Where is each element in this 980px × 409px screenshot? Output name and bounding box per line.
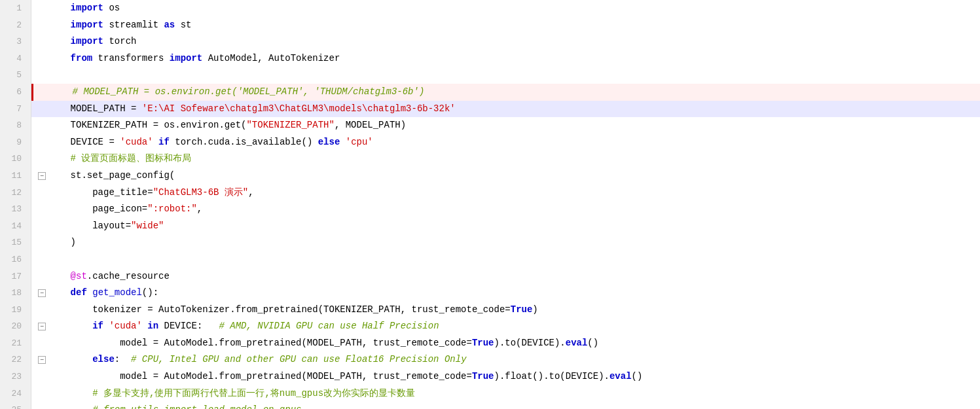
indent-line-10 (48, 151, 71, 168)
token-line-21-1: True (472, 335, 494, 352)
code-line-11: − st.set_page_config( (31, 168, 980, 185)
line-num-11: 11 (5, 168, 26, 185)
token-line-2-1: streamlit (103, 17, 164, 34)
token-line-4-0: from (71, 50, 93, 67)
line-number-gutter: 1234567891011121314151617181920212223242… (0, 0, 31, 409)
token-line-20-3 (142, 318, 147, 335)
token-line-9-7: 'cpu' (346, 134, 373, 151)
fold-icon-line-20[interactable]: − (38, 323, 46, 330)
token-line-9-6 (340, 134, 345, 151)
fold-placeholder-line-6 (40, 88, 48, 96)
code-line-22: − else: # CPU, Intel GPU and other GPU c… (31, 351, 980, 368)
code-line-9: DEVICE = 'cuda' if torch.cuda.is_availab… (31, 134, 980, 151)
token-line-2-0: import (71, 17, 103, 34)
indent-line-4 (48, 50, 71, 67)
code-line-14: layout="wide" (31, 218, 980, 235)
token-line-7-1: 'E:\AI Sofeware\chatglm3\ChatGLM3\models… (142, 101, 456, 118)
token-line-23-0: model = AutoModel.from_pretrained(MODEL_… (120, 368, 472, 385)
line-num-9: 9 (5, 134, 26, 151)
token-line-22-2: # CPU, Intel GPU and other GPU can use F… (131, 351, 466, 368)
fold-placeholder-line-12 (38, 188, 46, 196)
token-line-19-0: tokenizer = AutoTokenizer.from_pretraine… (92, 302, 511, 319)
code-line-13: page_icon=":robot:", (31, 201, 980, 218)
indent-line-9 (48, 134, 71, 151)
code-line-7: MODEL_PATH = 'E:\AI Sofeware\chatglm3\Ch… (31, 101, 980, 118)
fold-placeholder-line-16 (38, 256, 46, 264)
fold-placeholder-line-7 (38, 105, 46, 113)
code-line-8: TOKENIZER_PATH = os.environ.get("TOKENIZ… (31, 117, 980, 134)
indent-line-18 (48, 285, 71, 302)
token-line-4-2: import (170, 50, 202, 67)
token-line-23-1: True (472, 368, 494, 385)
fold-placeholder-line-21 (38, 340, 46, 347)
fold-placeholder-line-8 (38, 122, 46, 130)
fold-placeholder-line-3 (38, 38, 46, 46)
fold-placeholder-line-9 (38, 139, 46, 147)
token-line-22-1: : (115, 351, 131, 368)
indent-line-11 (48, 168, 71, 185)
fold-placeholder-line-5 (38, 71, 46, 79)
fold-placeholder-line-10 (38, 155, 46, 163)
token-line-12-1: "ChatGLM3-6B 演示" (153, 185, 249, 202)
indent-line-13 (48, 201, 92, 218)
line-num-24: 24 (5, 385, 26, 402)
token-line-2-3: st (175, 17, 191, 34)
code-line-17: @st.cache_resource (31, 268, 980, 285)
fold-icon-line-22[interactable]: − (38, 356, 46, 364)
token-line-3-0: import (71, 33, 103, 50)
line-num-21: 21 (5, 335, 26, 352)
token-line-20-2: 'cuda' (109, 318, 141, 335)
token-line-8-2: , MODEL_PATH) (335, 117, 406, 134)
token-line-23-3: eval (609, 368, 632, 385)
line-num-7: 7 (5, 101, 26, 118)
token-line-9-3: if (158, 134, 170, 151)
indent-line-12 (48, 185, 92, 202)
token-line-1-1: os (103, 0, 120, 17)
fold-icon-line-11[interactable]: − (38, 172, 46, 180)
token-line-9-2 (153, 134, 158, 151)
code-line-3: import torch (31, 33, 980, 50)
line-num-23: 23 (5, 368, 26, 385)
code-line-12: page_title="ChatGLM3-6B 演示", (31, 185, 980, 202)
code-line-21: model = AutoModel.from_pretrained(MODEL_… (31, 335, 980, 352)
indent-line-7 (48, 101, 71, 118)
line-num-15: 15 (5, 234, 26, 251)
token-line-18-3: (): (142, 285, 158, 302)
indent-line-23 (48, 368, 120, 385)
token-line-13-1: ":robot:" (147, 201, 197, 218)
code-content[interactable]: import os import streamlit as st import … (31, 0, 980, 409)
token-line-21-4: () (587, 335, 598, 352)
line-num-17: 17 (5, 268, 26, 285)
line-num-20: 20 (5, 318, 26, 335)
line-num-3: 3 (5, 33, 26, 50)
fold-icon-line-18[interactable]: − (38, 289, 46, 297)
token-line-9-5: else (318, 134, 340, 151)
token-line-8-1: "TOKENIZER_PATH" (246, 117, 334, 134)
indent-line-8 (48, 117, 71, 134)
indent-line-21 (48, 335, 120, 352)
token-line-6-0: # MODEL_PATH = os.environ.get('MODEL_PAT… (73, 84, 425, 101)
line-num-13: 13 (5, 201, 26, 218)
fold-placeholder-line-17 (38, 272, 46, 280)
token-line-17-1: .cache_resource (87, 268, 170, 285)
line-num-18: 18 (5, 285, 26, 302)
token-line-13-0: page_icon= (92, 201, 147, 218)
indent-line-22 (48, 351, 92, 368)
token-line-12-0: page_title= (92, 185, 153, 202)
line-num-4: 4 (5, 50, 26, 67)
fold-placeholder-line-23 (38, 373, 46, 381)
token-line-4-1: transformers (92, 50, 170, 67)
line-num-22: 22 (5, 351, 26, 368)
indent-line-17 (48, 268, 71, 285)
fold-placeholder-line-13 (38, 205, 46, 213)
token-line-12-2: , (248, 185, 253, 202)
indent-line-15 (48, 234, 71, 251)
token-line-24-0: # 多显卡支持,使用下面两行代替上面一行,将num_gpus改为你实际的显卡数量 (92, 385, 415, 402)
token-line-20-0: if (92, 318, 103, 335)
fold-placeholder-line-2 (38, 21, 46, 29)
token-line-15-0: ) (71, 234, 76, 251)
code-line-16 (31, 251, 980, 268)
code-line-4: from transformers import AutoModel, Auto… (31, 50, 980, 67)
code-editor: 1234567891011121314151617181920212223242… (0, 0, 980, 409)
indent-line-1 (48, 0, 71, 17)
